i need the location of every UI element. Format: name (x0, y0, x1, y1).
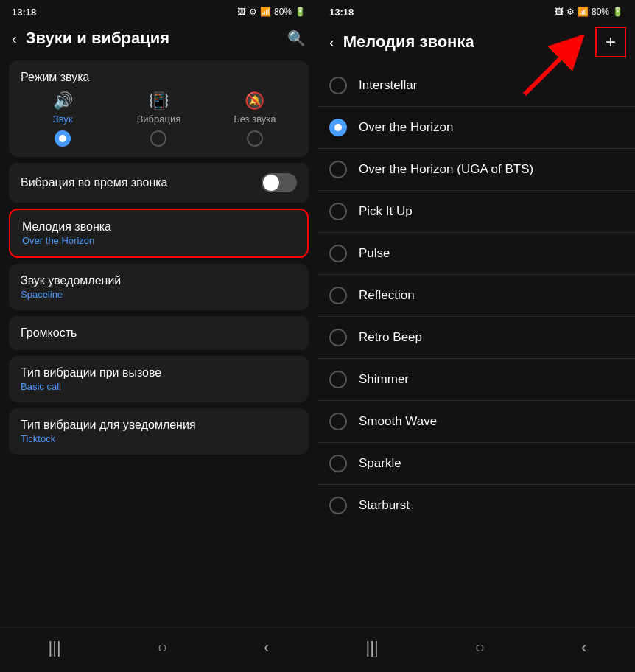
notification-sound-row[interactable]: Звук уведомлений Spaceline (9, 264, 309, 310)
volume-section: Громкость (9, 316, 309, 350)
ringtone-name-over-horizon-bts: Over the Horizon (UGA of BTS) (359, 162, 533, 177)
vibration-type-notif-label: Тип вибрации для уведомления (21, 419, 297, 432)
radio-reflection[interactable] (329, 287, 347, 304)
status-bar-left: 13:18 🖼 ⚙ 📶 80% 🔋 (0, 0, 318, 21)
sound-mode-options: 🔊 Звук 📳 Вибрация 🔕 Без звука (9, 91, 309, 150)
signal-icon-r: 📶 (578, 7, 589, 17)
ringtone-name-smooth-wave: Smooth Wave (359, 414, 437, 429)
silent-label: Без звука (234, 113, 276, 125)
add-ringtone-button[interactable]: + (595, 27, 626, 57)
bottom-nav-right: ||| ○ ‹ (318, 627, 635, 672)
vibration-radio[interactable] (150, 130, 166, 147)
radio-shimmer[interactable] (329, 371, 347, 388)
silent-icon: 🔕 (245, 91, 264, 111)
notification-sound-section: Звук уведомлений Spaceline (9, 264, 309, 310)
ringtone-name-pick-it-up: Pick It Up (359, 204, 413, 219)
notification-icon-r: 🖼 (555, 7, 564, 17)
nav-menu-right[interactable]: ||| (354, 635, 390, 660)
sound-mode-label: Режим звука (9, 68, 309, 91)
battery-icon-r: 🔋 (612, 7, 623, 17)
vibration-type-notif-row[interactable]: Тип вибрации для уведомления Ticktock (9, 408, 309, 455)
battery-icon: 🔋 (295, 7, 306, 17)
vibration-during-call-row[interactable]: Вибрация во время звонка (9, 163, 309, 203)
nav-back-left[interactable]: ‹ (252, 635, 281, 660)
top-bar-left: ‹ Звуки и вибрация 🔍 (0, 21, 318, 57)
radio-pulse[interactable] (329, 245, 347, 262)
settings-icon: ⚙ (249, 7, 257, 17)
list-item[interactable]: Interstellar (318, 65, 635, 107)
radio-starburst[interactable] (329, 497, 347, 514)
list-item[interactable]: Smooth Wave (318, 401, 635, 443)
ringtone-name-sparkle: Sparkle (359, 456, 401, 471)
vibration-type-call-row[interactable]: Тип вибрации при вызове Basic call (9, 356, 309, 402)
vibration-label: Вибрация (137, 113, 181, 125)
silent-radio[interactable] (247, 130, 263, 147)
sound-mode-section: Режим звука 🔊 Звук 📳 Вибрация 🔕 Без звук… (9, 60, 309, 157)
radio-interstellar[interactable] (329, 77, 347, 94)
vibration-type-notif-subtitle: Ticktock (21, 433, 297, 444)
ringtone-name-interstellar: Interstellar (359, 78, 417, 93)
notification-icon: 🖼 (237, 7, 246, 17)
ringtone-name-pulse: Pulse (359, 246, 390, 261)
list-item[interactable]: Pulse (318, 233, 635, 275)
status-icons-right: 🖼 ⚙ 📶 80% 🔋 (555, 7, 623, 17)
list-item[interactable]: Retro Beep (318, 317, 635, 359)
radio-sparkle[interactable] (329, 455, 347, 472)
signal-icon: 📶 (260, 7, 271, 17)
page-title-left: Звуки и вибрация (26, 29, 278, 48)
time-left: 13:18 (12, 7, 36, 18)
ringtone-name-retro-beep: Retro Beep (359, 330, 422, 345)
ringtone-name-over-horizon: Over the Horizon (359, 120, 454, 135)
back-button-right[interactable]: ‹ (326, 31, 337, 54)
ringtone-name-shimmer: Shimmer (359, 372, 409, 387)
radio-smooth-wave[interactable] (329, 413, 347, 430)
battery-left: 80% (274, 7, 292, 17)
plus-icon: + (606, 32, 616, 52)
list-item[interactable]: Over the Horizon (318, 107, 635, 149)
sound-option-vibration[interactable]: 📳 Вибрация (110, 91, 206, 147)
vibration-type-call-section: Тип вибрации при вызове Basic call (9, 356, 309, 402)
radio-retro-beep[interactable] (329, 329, 347, 346)
vibration-icon: 📳 (149, 91, 169, 111)
ringtone-section-highlighted[interactable]: Мелодия звонка Over the Horizon (9, 209, 309, 258)
nav-home-right[interactable]: ○ (463, 635, 497, 660)
ringtone-list: Interstellar Over the Horizon Over the H… (318, 65, 635, 627)
status-bar-right: 13:18 🖼 ⚙ 📶 80% 🔋 (318, 0, 635, 21)
volume-label: Громкость (21, 326, 297, 340)
list-item[interactable]: Pick It Up (318, 191, 635, 233)
radio-over-horizon-bts[interactable] (329, 161, 347, 178)
sound-icon: 🔊 (53, 91, 73, 111)
page-title-right: Мелодия звонка (343, 32, 589, 52)
list-item[interactable]: Sparkle (318, 443, 635, 485)
right-panel: 13:18 🖼 ⚙ 📶 80% 🔋 ‹ Мелодия звонка + (318, 0, 635, 672)
vibration-toggle[interactable] (262, 173, 297, 192)
list-item[interactable]: Shimmer (318, 359, 635, 401)
nav-home-left[interactable]: ○ (146, 635, 179, 660)
back-button-left[interactable]: ‹ (9, 27, 20, 50)
status-icons-left: 🖼 ⚙ 📶 80% 🔋 (237, 7, 306, 17)
time-right: 13:18 (329, 7, 354, 18)
radio-pick-it-up[interactable] (329, 203, 347, 220)
sound-label: Звук (53, 113, 73, 125)
volume-row[interactable]: Громкость (9, 316, 309, 350)
nav-menu-left[interactable]: ||| (37, 635, 73, 660)
notification-sound-label: Звук уведомлений (21, 274, 297, 287)
radio-over-horizon[interactable] (329, 119, 347, 136)
ringtone-name-starburst: Starburst (359, 498, 410, 513)
sound-radio[interactable] (55, 130, 71, 147)
ringtone-name-reflection: Reflection (359, 288, 415, 303)
ringtone-row[interactable]: Мелодия звонка Over the Horizon (10, 210, 307, 256)
search-button-left[interactable]: 🔍 (284, 27, 309, 50)
sound-option-sound[interactable]: 🔊 Звук (15, 91, 110, 147)
sound-option-silent[interactable]: 🔕 Без звука (207, 91, 303, 147)
notification-sound-subtitle: Spaceline (21, 289, 297, 300)
ringtone-label: Мелодия звонка (22, 220, 295, 234)
top-bar-right: ‹ Мелодия звонка + (318, 21, 635, 65)
list-item[interactable]: Reflection (318, 275, 635, 317)
vibration-toggle-section: Вибрация во время звонка (9, 163, 309, 203)
list-item[interactable]: Starburst (318, 485, 635, 526)
list-item[interactable]: Over the Horizon (UGA of BTS) (318, 149, 635, 191)
vibration-type-call-label: Тип вибрации при вызове (21, 366, 297, 379)
bottom-nav-left: ||| ○ ‹ (0, 627, 318, 672)
nav-back-right[interactable]: ‹ (569, 635, 598, 660)
